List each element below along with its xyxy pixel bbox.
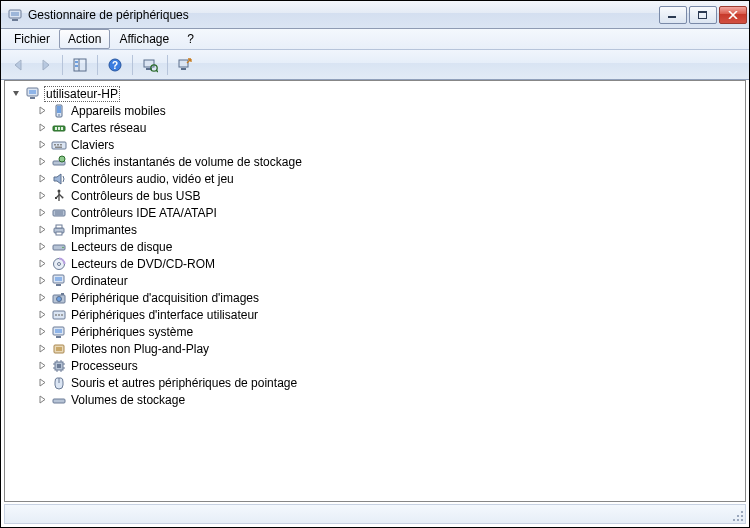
tree-root-label: utilisateur-HP xyxy=(44,86,120,102)
device-tree: utilisateur-HP Appareils mobilesCartes r… xyxy=(5,81,745,412)
tree-item[interactable]: Contrôleurs de bus USB xyxy=(7,187,743,204)
tree-item-label: Contrôleurs IDE ATA/ATAPI xyxy=(70,206,218,220)
expand-icon[interactable] xyxy=(37,156,48,167)
tree-item[interactable]: Lecteurs de DVD/CD-ROM xyxy=(7,255,743,272)
toolbar-separator xyxy=(132,55,133,75)
forward-button xyxy=(33,53,57,77)
tree-item[interactable]: Contrôleurs audio, vidéo et jeu xyxy=(7,170,743,187)
svg-rect-1 xyxy=(11,12,19,16)
tree-item[interactable]: Appareils mobiles xyxy=(7,102,743,119)
expand-icon[interactable] xyxy=(37,326,48,337)
tree-item-label: Pilotes non Plug-and-Play xyxy=(70,342,210,356)
expand-icon[interactable] xyxy=(37,360,48,371)
tree-item[interactable]: Souris et autres périphériques de pointa… xyxy=(7,374,743,391)
menu-help[interactable]: ? xyxy=(178,29,203,49)
computer-icon xyxy=(25,86,41,102)
expand-icon[interactable] xyxy=(37,190,48,201)
window-title: Gestionnaire de périphériques xyxy=(28,8,659,22)
expand-icon[interactable] xyxy=(37,224,48,235)
network-icon xyxy=(51,120,67,136)
svg-rect-16 xyxy=(179,60,188,67)
tree-item[interactable]: Pilotes non Plug-and-Play xyxy=(7,340,743,357)
tree-item[interactable]: Claviers xyxy=(7,136,743,153)
tree-item[interactable]: Lecteurs de disque xyxy=(7,238,743,255)
tree-item[interactable]: Volumes de stockage xyxy=(7,391,743,408)
expand-icon[interactable] xyxy=(37,105,48,116)
cpu-icon xyxy=(51,358,67,374)
tree-item-label: Volumes de stockage xyxy=(70,393,186,407)
enable-device-button[interactable] xyxy=(173,53,197,77)
volume-icon xyxy=(51,392,67,408)
tree-item-label: Lecteurs de disque xyxy=(70,240,173,254)
minimize-button[interactable] xyxy=(659,6,687,24)
tree-item-label: Périphérique d'acquisition d'images xyxy=(70,291,260,305)
tree-item[interactable]: Cartes réseau xyxy=(7,119,743,136)
menubar: Fichier Action Affichage ? xyxy=(1,29,749,50)
tree-item[interactable]: Ordinateur xyxy=(7,272,743,289)
window-controls xyxy=(659,6,747,24)
tree-item-label: Lecteurs de DVD/CD-ROM xyxy=(70,257,216,271)
nonpnp-icon xyxy=(51,341,67,357)
system-icon xyxy=(51,324,67,340)
expand-icon[interactable] xyxy=(37,394,48,405)
toolbar: ? xyxy=(1,50,749,80)
tree-item[interactable]: Contrôleurs IDE ATA/ATAPI xyxy=(7,204,743,221)
show-hide-tree-button[interactable] xyxy=(68,53,92,77)
tree-item-label: Claviers xyxy=(70,138,115,152)
mouse-icon xyxy=(51,375,67,391)
expand-icon[interactable] xyxy=(37,173,48,184)
expand-icon[interactable] xyxy=(37,343,48,354)
svg-rect-5 xyxy=(698,11,707,13)
expand-icon[interactable] xyxy=(37,258,48,269)
device-tree-pane[interactable]: utilisateur-HP Appareils mobilesCartes r… xyxy=(4,80,746,502)
expand-icon[interactable] xyxy=(37,122,48,133)
tree-item-label: Ordinateur xyxy=(70,274,129,288)
hid-icon xyxy=(51,307,67,323)
tree-item[interactable]: Périphérique d'acquisition d'images xyxy=(7,289,743,306)
toolbar-separator xyxy=(62,55,63,75)
svg-rect-19 xyxy=(29,90,36,94)
close-button[interactable] xyxy=(719,6,747,24)
help-button[interactable]: ? xyxy=(103,53,127,77)
resize-grip[interactable] xyxy=(731,509,743,521)
tree-item-label: Contrôleurs de bus USB xyxy=(70,189,201,203)
expand-icon[interactable] xyxy=(37,309,48,320)
tree-item[interactable]: Imprimantes xyxy=(7,221,743,238)
maximize-button[interactable] xyxy=(689,6,717,24)
menu-view[interactable]: Affichage xyxy=(110,29,178,49)
expand-icon[interactable] xyxy=(37,377,48,388)
scan-hardware-button[interactable] xyxy=(138,53,162,77)
tree-item-label: Périphériques système xyxy=(70,325,194,339)
tree-item[interactable]: Périphériques système xyxy=(7,323,743,340)
tree-item[interactable]: Processeurs xyxy=(7,357,743,374)
svg-rect-12 xyxy=(144,60,154,67)
svg-rect-3 xyxy=(668,16,676,18)
snapshot-icon xyxy=(51,154,67,170)
svg-rect-17 xyxy=(181,68,186,70)
app-icon xyxy=(7,7,23,23)
menu-action[interactable]: Action xyxy=(59,29,110,49)
expand-icon[interactable] xyxy=(37,207,48,218)
toolbar-separator xyxy=(167,55,168,75)
svg-rect-8 xyxy=(75,61,78,63)
tree-item[interactable]: Clichés instantanés de volume de stockag… xyxy=(7,153,743,170)
printer-icon xyxy=(51,222,67,238)
svg-rect-2 xyxy=(12,19,18,21)
statusbar xyxy=(4,504,746,524)
menu-file[interactable]: Fichier xyxy=(5,29,59,49)
collapse-icon[interactable] xyxy=(11,88,22,99)
audio-icon xyxy=(51,171,67,187)
tree-item[interactable]: Périphériques d'interface utilisateur xyxy=(7,306,743,323)
dvdrom-icon xyxy=(51,256,67,272)
toolbar-separator xyxy=(97,55,98,75)
tree-item-label: Imprimantes xyxy=(70,223,138,237)
tree-item-label: Cartes réseau xyxy=(70,121,147,135)
computer-icon xyxy=(51,273,67,289)
expand-icon[interactable] xyxy=(37,241,48,252)
expand-icon[interactable] xyxy=(37,139,48,150)
back-button xyxy=(7,53,31,77)
tree-root[interactable]: utilisateur-HP xyxy=(7,85,743,102)
svg-line-15 xyxy=(156,70,158,72)
expand-icon[interactable] xyxy=(37,292,48,303)
expand-icon[interactable] xyxy=(37,275,48,286)
